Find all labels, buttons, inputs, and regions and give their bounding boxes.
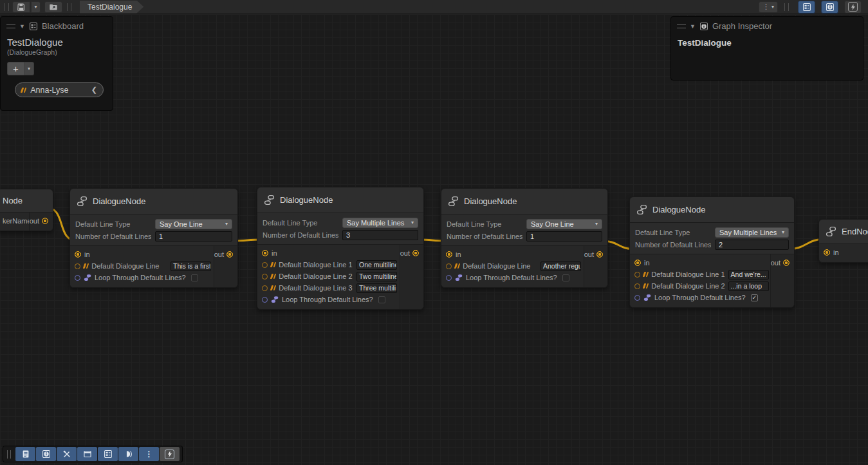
- out-port-label: out: [771, 259, 780, 267]
- node-title-bar[interactable]: DialogueNode: [630, 197, 794, 223]
- graph-node-dialoguenode[interactable]: DialogueNodeDefault Line TypeSay One Lin…: [69, 188, 238, 288]
- input-port[interactable]: [634, 295, 640, 301]
- graph-node-endnode[interactable]: EndNodein: [818, 219, 868, 263]
- window-button[interactable]: [77, 447, 97, 461]
- add-variable-dropdown-button[interactable]: ▾: [24, 62, 34, 75]
- dialogue-line-field[interactable]: And we're...: [728, 270, 769, 280]
- dialogue-line-field[interactable]: This is a first: [171, 261, 211, 271]
- bolt-icon: [166, 450, 174, 458]
- input-port[interactable]: [75, 263, 80, 269]
- loop-checkbox[interactable]: [562, 274, 569, 281]
- graph-node-dialoguenode[interactable]: DialogueNodeDefault Line TypeSay One Lin…: [441, 188, 608, 288]
- property-label: Number of Default Lines: [635, 241, 711, 249]
- output-port[interactable]: [596, 251, 603, 258]
- dialogue-line-field[interactable]: Two multiline: [356, 272, 397, 281]
- input-port[interactable]: [446, 251, 452, 258]
- console-button[interactable]: [15, 447, 35, 461]
- output-port[interactable]: [226, 251, 233, 258]
- toolbar-drag-handle[interactable]: [784, 3, 789, 11]
- blackboard-toggle-button[interactable]: [798, 1, 815, 14]
- line-type-dropdown[interactable]: Say One Line▾: [526, 219, 602, 229]
- graph-node-dialoguenode[interactable]: DialogueNodeDefault Line TypeSay Multipl…: [257, 187, 424, 310]
- graph-inspector-toggle-button[interactable]: [821, 1, 838, 14]
- drag-handle-icon[interactable]: [6, 24, 15, 28]
- node-port-row: in: [70, 249, 237, 260]
- dialogue-line-field[interactable]: Three multilin: [356, 283, 397, 293]
- blackboard-panel[interactable]: ▼ Blackboard TestDialogue (DialogueGraph…: [0, 16, 113, 111]
- node-title-bar[interactable]: DialogueNode: [70, 189, 237, 214]
- node-title-bar[interactable]: DialogueNode: [441, 189, 607, 214]
- node-output-column: out: [400, 245, 423, 309]
- input-port[interactable]: [446, 275, 452, 281]
- input-port[interactable]: [75, 251, 81, 258]
- line-type-dropdown[interactable]: Say One Line▾: [155, 219, 232, 229]
- add-variable-button[interactable]: +: [7, 62, 24, 75]
- graph-inspector-header[interactable]: ▼ Graph Inspector: [671, 17, 863, 34]
- bolt-button[interactable]: [160, 447, 180, 461]
- output-port[interactable]: [783, 260, 790, 266]
- toolbar-drag-handle[interactable]: [67, 3, 71, 11]
- number-of-lines-field[interactable]: 3: [342, 230, 418, 240]
- node-title-bar[interactable]: EndNode: [819, 220, 868, 244]
- output-port[interactable]: [412, 250, 419, 256]
- node-title-label: EndNode: [842, 227, 868, 236]
- save-dropdown-button[interactable]: ▾: [31, 1, 41, 13]
- blackboard-header[interactable]: ▼ Blackboard: [1, 17, 113, 34]
- toolbar-drag-handle[interactable]: [7, 450, 11, 459]
- console-icon: [21, 450, 30, 459]
- line-type-dropdown[interactable]: Say Multiple Lines▾: [715, 227, 789, 238]
- open-asset-button[interactable]: [44, 1, 62, 13]
- info-icon: [826, 3, 835, 12]
- dialogue-line-field[interactable]: One multiline: [356, 260, 397, 270]
- dialogue-line-field[interactable]: ...in a loop: [728, 281, 769, 291]
- graph-node-dialoguenode[interactable]: DialogueNodeDefault Line TypeSay Multipl…: [629, 196, 795, 308]
- node-ports: inDefault Dialogue Line 1One multilineDe…: [257, 245, 423, 309]
- loop-checkbox[interactable]: [378, 296, 385, 303]
- save-button[interactable]: [12, 1, 30, 13]
- number-of-lines-field[interactable]: 2: [715, 240, 789, 250]
- drag-handle-icon[interactable]: [677, 24, 686, 28]
- bolt-toggle-button[interactable]: [844, 1, 862, 14]
- input-port[interactable]: [634, 260, 641, 266]
- input-port[interactable]: [262, 262, 268, 268]
- dropdown-value: Say Multiple Lines: [347, 219, 404, 227]
- collapse-arrow-icon[interactable]: ▼: [19, 23, 25, 30]
- dialogue-preview-button[interactable]: [118, 447, 138, 461]
- blackboard-variable-anna-lyse[interactable]: Anna-Lyse ❮: [15, 82, 104, 97]
- line-type-dropdown[interactable]: Say Multiple Lines▾: [342, 218, 418, 228]
- input-port[interactable]: [824, 249, 830, 256]
- number-of-lines-field[interactable]: 1: [155, 231, 232, 242]
- input-port[interactable]: [262, 285, 268, 291]
- input-port[interactable]: [262, 297, 268, 303]
- input-port[interactable]: [262, 274, 268, 280]
- input-port[interactable]: [634, 272, 640, 278]
- number-of-lines-field[interactable]: 1: [526, 231, 602, 242]
- input-port[interactable]: [75, 275, 80, 281]
- node-title-bar[interactable]: DialogueNode: [257, 187, 423, 213]
- port-label: Default Dialogue Line 1: [651, 270, 725, 278]
- input-port[interactable]: [634, 283, 640, 289]
- collapse-arrow-icon[interactable]: ▼: [690, 23, 696, 30]
- chevron-left-icon[interactable]: ❮: [91, 86, 97, 94]
- node-title-bar[interactable]: Node: [0, 189, 53, 213]
- graph-canvas[interactable]: NodekerNameoutDialogueNodeDefault Line T…: [0, 14, 868, 465]
- tools-button[interactable]: [57, 447, 77, 461]
- graph-inspector-panel[interactable]: ▼ Graph Inspector TestDialogue: [670, 16, 863, 81]
- dialogue-line-field[interactable]: Another regu: [540, 261, 581, 271]
- graph-node-node[interactable]: NodekerNameout: [0, 189, 53, 231]
- graph-tab[interactable]: TestDialogue: [80, 1, 143, 14]
- loop-checkbox[interactable]: [191, 274, 198, 281]
- toolbar-drag-handle[interactable]: [5, 3, 9, 11]
- input-port[interactable]: [262, 250, 268, 256]
- output-port[interactable]: [42, 218, 48, 224]
- dropdown-value: Say Multiple Lines: [719, 229, 777, 236]
- more-options-button[interactable]: ⋮ ▾: [759, 1, 778, 13]
- blackboard-button[interactable]: [98, 447, 118, 461]
- node-ports: inDefault Dialogue LineThis is a firstLo…: [70, 246, 237, 287]
- port-label: Loop Through Default Lines?: [282, 296, 373, 303]
- loop-checkbox[interactable]: ✓: [751, 294, 758, 301]
- input-port[interactable]: [446, 263, 452, 269]
- more-button[interactable]: ⋮: [139, 447, 159, 461]
- inspector-button[interactable]: [36, 447, 56, 461]
- port-label: Loop Through Default Lines?: [466, 274, 557, 281]
